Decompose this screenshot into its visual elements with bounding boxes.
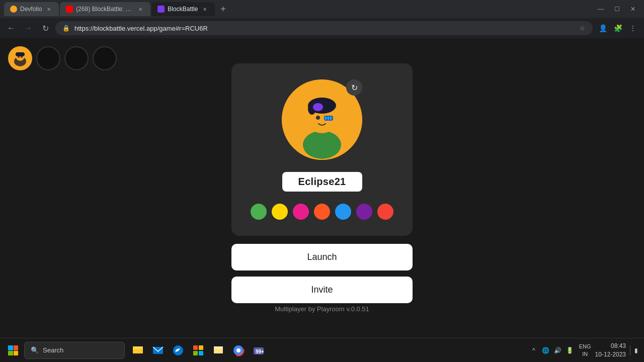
svg-rect-30 [199,351,203,355]
refresh-avatar-button[interactable]: ↻ [346,79,362,96]
svg-rect-20 [8,351,13,355]
taskbar-app-teams[interactable]: 99+ [250,341,268,359]
browser-chrome: Devfolio ✕ (268) BlockBattle: Next-Gen O… [0,0,644,38]
taskbar-clock[interactable]: 08:43 10-12-2023 [595,342,626,359]
lock-icon: 🔒 [61,24,70,33]
username-badge: Eclipse21 [282,172,362,192]
system-tray: ^ 🌐 🔊 🔋 [529,345,575,355]
svg-rect-27 [193,345,198,350]
tab-bar: Devfolio ✕ (268) BlockBattle: Next-Gen O… [0,0,644,18]
taskbar-app-explorer[interactable] [209,341,227,359]
svg-point-11 [313,103,323,111]
color-swatches [251,204,393,220]
avatar-main[interactable] [8,46,32,70]
back-button[interactable]: ← [4,21,18,35]
taskbar-app-edge[interactable] [169,341,187,359]
svg-rect-15 [325,117,327,120]
extensions-icon[interactable]: 🧩 [611,21,625,35]
avatar-slot-2[interactable] [64,46,89,70]
show-desktop-button[interactable]: ▮ [630,345,640,355]
tab-close-yt[interactable]: ✕ [136,5,144,13]
svg-point-36 [236,348,240,352]
taskbar-app-store[interactable] [189,341,207,359]
address-bar-row: ← → ↻ 🔒 https://blockbattle.vercel.app/g… [0,18,644,38]
svg-text:99+: 99+ [256,349,264,354]
start-button[interactable] [4,341,22,359]
svg-point-12 [316,116,320,120]
chevron-up-icon[interactable]: ^ [529,345,539,355]
taskbar-right: ^ 🌐 🔊 🔋 ENG IN 08:43 10-12-2023 ▮ [529,342,640,359]
taskbar-app-files[interactable] [129,341,147,359]
forward-button[interactable]: → [21,21,35,35]
svg-rect-17 [330,117,332,120]
address-bar[interactable]: 🔒 https://blockbattle.vercel.app/game#r=… [55,21,593,35]
search-icon: 🔍 [31,346,39,354]
svg-point-7 [303,131,341,159]
toolbar-icons: 👤 🧩 ⋮ [596,21,640,35]
avatar-slot-3[interactable] [93,46,117,70]
taskbar-app-mail[interactable] [149,341,167,359]
invite-button[interactable]: Invite [231,277,413,303]
svg-rect-24 [133,349,143,353]
footer-text: Multiplayer by Playroom v.0.0.51 [275,305,369,313]
color-swatch-red[interactable] [377,204,393,220]
svg-rect-18 [8,345,13,350]
minimize-button[interactable]: — [594,2,608,16]
tab-devfolio[interactable]: Devfolio ✕ [4,2,59,16]
color-swatch-green[interactable] [251,204,267,220]
menu-icon[interactable]: ⋮ [626,21,640,35]
launch-button[interactable]: Launch [231,244,413,270]
tab-blockbattle[interactable]: BlockBattle ✕ [151,2,215,16]
svg-rect-3 [16,52,25,56]
svg-point-4 [18,56,20,58]
top-avatars [8,46,117,70]
svg-rect-29 [193,351,198,355]
svg-rect-19 [14,345,18,350]
network-icon[interactable]: 🌐 [541,345,551,355]
reload-button[interactable]: ↻ [38,21,52,35]
taskbar: 🔍 Search [0,338,644,362]
window-controls: — ☐ ✕ [594,2,640,16]
language-indicator[interactable]: ENG IN [579,343,591,357]
color-swatch-yellow[interactable] [272,204,288,220]
svg-rect-33 [214,349,223,353]
taskbar-apps: 99+ [129,341,268,359]
color-swatch-pink[interactable] [293,204,309,220]
profile-icon[interactable]: 👤 [596,21,610,35]
bookmark-icon[interactable]: ☆ [578,24,587,33]
svg-rect-21 [14,351,18,355]
color-swatch-blue[interactable] [335,204,351,220]
action-buttons: Launch Invite [231,244,413,303]
svg-rect-16 [328,117,329,120]
new-tab-button[interactable]: + [216,2,230,16]
battery-icon[interactable]: 🔋 [565,345,575,355]
close-button[interactable]: ✕ [626,2,640,16]
maximize-button[interactable]: ☐ [610,2,624,16]
avatar-section: ↻ [282,79,362,160]
tab-close-devfolio[interactable]: ✕ [45,5,53,13]
taskbar-app-chrome[interactable] [229,341,248,359]
taskbar-search[interactable]: 🔍 Search [24,342,125,359]
svg-point-5 [21,56,23,58]
volume-icon[interactable]: 🔊 [553,345,563,355]
tab-yt-blockbattle[interactable]: (268) BlockBattle: Next-Gen On... ✕ [60,2,150,16]
page-content: ↻ Eclipse21 Launch Invite Multiplayer by… [0,38,644,338]
color-swatch-orange[interactable] [314,204,330,220]
svg-rect-28 [199,345,203,350]
tab-close-bb[interactable]: ✕ [201,5,209,13]
game-card: ↻ Eclipse21 [231,63,413,236]
avatar-slot-1[interactable] [36,46,60,70]
color-swatch-purple[interactable] [356,204,372,220]
